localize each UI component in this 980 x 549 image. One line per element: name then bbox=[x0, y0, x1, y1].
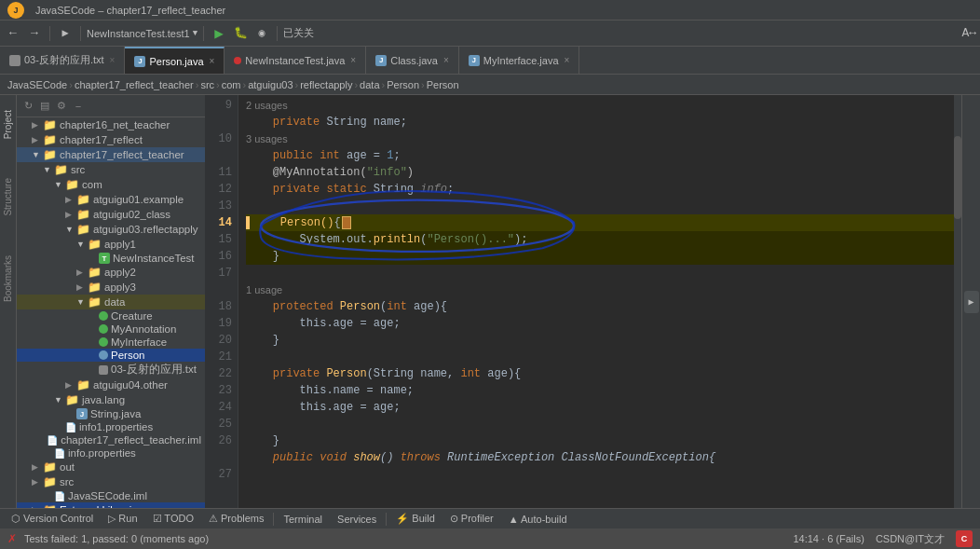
bottom-tab-problems[interactable]: ⚠ Problems bbox=[203, 511, 270, 527]
tree-item-apply3[interactable]: ▶ 📁 apply3 bbox=[17, 280, 205, 295]
code-content[interactable]: 2 usages private String name; 3 usages p… bbox=[238, 95, 954, 508]
tab-myinterface-label: MyInterface.java bbox=[483, 55, 559, 66]
code-line-13 bbox=[246, 198, 954, 214]
tab-newinstance[interactable]: NewInstanceTest.java × bbox=[225, 47, 366, 74]
sidebar-tool-minus[interactable]: − bbox=[71, 99, 86, 114]
test-status-icon: ✗ bbox=[7, 532, 17, 545]
vcs-button[interactable]: 已关关 bbox=[283, 26, 314, 40]
tree-item-ch17rt[interactable]: ▼ 📁 chapter17_reflect_teacher bbox=[17, 147, 205, 162]
build-button[interactable]: ▶ bbox=[56, 24, 75, 43]
tree-item-myannotation[interactable]: MyAnnotation bbox=[17, 323, 205, 336]
code-line-16: } bbox=[246, 248, 954, 265]
tree-item-apply1[interactable]: ▼ 📁 apply1 bbox=[17, 237, 205, 252]
bc-data[interactable]: data bbox=[360, 79, 379, 90]
tab-class-close[interactable]: × bbox=[443, 55, 449, 65]
tree-item-atg02[interactable]: ▶ 📁 atguigu02_class bbox=[17, 207, 205, 222]
run-button[interactable]: ▶ bbox=[210, 24, 228, 43]
tree-label-creature: Creature bbox=[111, 310, 153, 322]
tree-label-myinterface: MyInterface bbox=[111, 336, 167, 348]
tree-label-atg04: atguigu04.other bbox=[93, 379, 168, 391]
tab-person-close[interactable]: × bbox=[210, 56, 215, 66]
bottom-tab-services[interactable]: Services bbox=[332, 512, 382, 527]
app-logo: J bbox=[7, 2, 24, 19]
tab-class[interactable]: J Class.java × bbox=[366, 47, 459, 74]
code-scroll-area[interactable]: 9 10 11 12 13 14 15 16 17 18 19 20 21 22… bbox=[205, 95, 961, 508]
bc-sep7: › bbox=[382, 79, 386, 90]
bottom-tab-run[interactable]: ▷ Run bbox=[102, 511, 143, 527]
tab-newinstance-close[interactable]: × bbox=[350, 55, 356, 65]
tree-item-extlibs[interactable]: ▶ 📁 External Libraries bbox=[17, 502, 205, 508]
tree-item-atg03[interactable]: ▼ 📁 atguigu03.reflectapply bbox=[17, 222, 205, 237]
tree-item-newinstance[interactable]: T NewInstanceTest bbox=[17, 252, 205, 265]
code-line-25 bbox=[246, 416, 954, 432]
bc-chapter[interactable]: chapter17_reflect_teacher bbox=[75, 79, 194, 90]
code-line-20: } bbox=[246, 332, 954, 349]
newinstance-error-dot bbox=[234, 57, 241, 64]
tree-item-infoprop[interactable]: 📄 info.properties bbox=[17, 446, 205, 460]
bottom-tab-vc[interactable]: ⬡ Version Control bbox=[6, 511, 99, 527]
code-line-26: } bbox=[246, 432, 954, 449]
bc-atguigu03[interactable]: atguigu03 bbox=[248, 79, 293, 90]
expand-right-btn[interactable]: ▶ bbox=[964, 291, 979, 313]
tab-txt[interactable]: 03-反射的应用.txt × bbox=[0, 47, 125, 74]
tree-label-infoprop: info.properties bbox=[68, 447, 136, 459]
project-tab-label[interactable]: Project bbox=[1, 104, 15, 144]
translate-button[interactable]: A↔ bbox=[961, 26, 976, 40]
tab-txt-close[interactable]: × bbox=[110, 55, 116, 65]
tree-item-com[interactable]: ▼ 📁 com bbox=[17, 177, 205, 192]
tree-item-myinterface[interactable]: MyInterface bbox=[17, 336, 205, 349]
usage-hint-10: 3 usages bbox=[246, 130, 954, 147]
tree-item-src[interactable]: ▼ 📁 src bbox=[17, 162, 205, 177]
sidebar-tool-sync[interactable]: ↻ bbox=[20, 99, 35, 114]
tree-item-javalang[interactable]: ▼ 📁 java.lang bbox=[17, 392, 205, 407]
tree-item-srctop[interactable]: ▶ 📁 src bbox=[17, 474, 205, 489]
bottom-tab-autobuild[interactable]: ▲ Auto-build bbox=[503, 512, 573, 527]
tree-item-data[interactable]: ▼ 📁 data bbox=[17, 295, 205, 309]
bc-com[interactable]: com bbox=[222, 79, 241, 90]
menu-javasecode[interactable]: JavaSECode – chapter17_reflect_teacher bbox=[35, 5, 225, 16]
sidebar-tool-settings[interactable]: ⚙ bbox=[54, 99, 69, 114]
bc-src[interactable]: src bbox=[200, 79, 214, 90]
vertical-scrollbar[interactable] bbox=[954, 95, 961, 508]
debug-button[interactable]: 🐛 bbox=[231, 24, 250, 43]
usage-hint-18: 1 usage bbox=[246, 281, 954, 298]
tree-item-info1[interactable]: 📄 info1.properties bbox=[17, 420, 205, 433]
bookmarks-tab-label[interactable]: Bookmarks bbox=[1, 250, 15, 308]
forward-button[interactable]: → bbox=[25, 24, 44, 43]
bc-javasecode[interactable]: JavaSECode bbox=[7, 79, 67, 90]
scrollbar-thumb[interactable] bbox=[954, 136, 961, 219]
tree-label-stringjava: String.java bbox=[90, 408, 141, 419]
tree-item-ch17iml[interactable]: 📄 chapter17_reflect_teacher.iml bbox=[17, 433, 205, 446]
coverage-button[interactable]: ◉ bbox=[252, 24, 271, 43]
bottom-tab-todo[interactable]: ☑ TODO bbox=[147, 511, 199, 527]
tree-item-out[interactable]: ▶ 📁 out bbox=[17, 460, 205, 474]
tab-newinstance-label: NewInstanceTest.java bbox=[245, 55, 345, 66]
code-editor: 9 10 11 12 13 14 15 16 17 18 19 20 21 22… bbox=[205, 95, 961, 508]
structure-tab-label[interactable]: Structure bbox=[1, 172, 15, 222]
tab-person-java[interactable]: J Person.java × bbox=[125, 47, 225, 74]
tree-item-apply2[interactable]: ▶ 📁 apply2 bbox=[17, 265, 205, 280]
tree-item-ch16[interactable]: ▶ 📁 chapter16_net_teacher bbox=[17, 117, 205, 132]
tree-item-atg01[interactable]: ▶ 📁 atguigu01.example bbox=[17, 192, 205, 207]
tree-item-creature[interactable]: Creature bbox=[17, 309, 205, 323]
tab-myinterface[interactable]: J MyInterface.java × bbox=[459, 47, 580, 74]
sidebar-tool-collapse[interactable]: ▤ bbox=[37, 99, 52, 114]
bottom-tab-build[interactable]: ⚡ Build bbox=[390, 511, 441, 527]
tree-item-person[interactable]: Person bbox=[17, 349, 205, 362]
txt-icon bbox=[9, 55, 20, 66]
code-line-14: Person(){ bbox=[246, 214, 954, 231]
bc-reflectapply[interactable]: reflectapply bbox=[300, 79, 352, 90]
tree-item-stringjava[interactable]: J String.java bbox=[17, 407, 205, 420]
status-left: ✗ Tests failed: 1, passed: 0 (moments ag… bbox=[7, 532, 209, 545]
bc-person1[interactable]: Person bbox=[387, 79, 419, 90]
tab-myinterface-close[interactable]: × bbox=[565, 55, 570, 65]
tree-item-jseiml[interactable]: 📄 JavaSECode.iml bbox=[17, 489, 205, 502]
tree-item-ch17r[interactable]: ▶ 📁 chapter17_reflect bbox=[17, 132, 205, 147]
bottom-tab-profiler[interactable]: ⊙ Profiler bbox=[444, 511, 499, 527]
back-button[interactable]: ← bbox=[4, 24, 22, 43]
bc-person2[interactable]: Person bbox=[427, 79, 459, 90]
bottom-tab-terminal[interactable]: Terminal bbox=[278, 512, 328, 527]
tree-item-atg04[interactable]: ▶ 📁 atguigu04.other bbox=[17, 377, 205, 392]
run-dropdown-icon[interactable]: ▼ bbox=[193, 29, 197, 38]
tree-item-03txt[interactable]: 03-反射的应用.txt bbox=[17, 362, 205, 377]
